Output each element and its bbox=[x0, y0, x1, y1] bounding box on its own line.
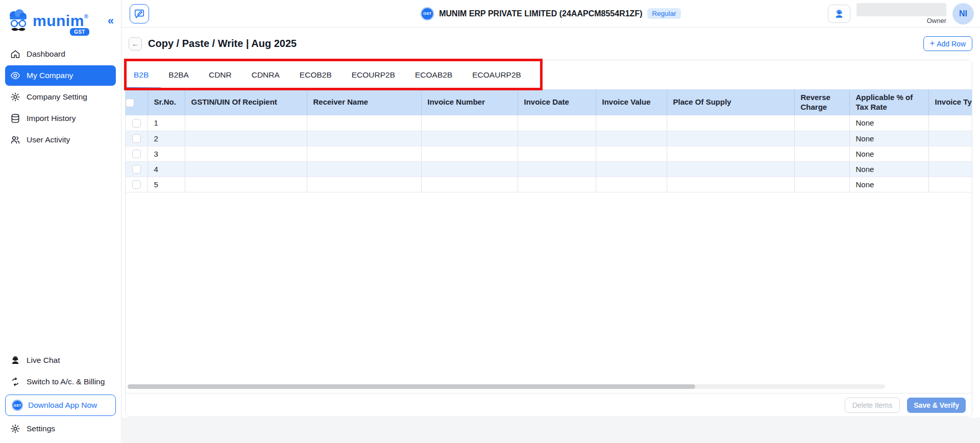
cell-receiver-name[interactable] bbox=[307, 115, 421, 131]
row-checkbox[interactable] bbox=[132, 134, 141, 143]
home-icon bbox=[10, 49, 20, 59]
cell-receiver-name[interactable] bbox=[307, 161, 421, 177]
delete-items-button[interactable]: Delete Items bbox=[845, 398, 900, 413]
page-title: Copy / Paste / Write | Aug 2025 bbox=[148, 38, 297, 50]
cell-invoice-date[interactable] bbox=[518, 131, 596, 146]
sidebar-nav: Dashboard My Company Company Setting bbox=[0, 44, 121, 150]
avatar[interactable]: NI bbox=[952, 3, 974, 24]
cell-place-of-supply[interactable] bbox=[667, 177, 794, 192]
cell-invoice-number[interactable] bbox=[421, 161, 518, 177]
sidebar-item-my-company[interactable]: My Company bbox=[5, 65, 116, 86]
sidebar-item-switch-account-billing[interactable]: Switch to A/c. & Billing bbox=[5, 372, 116, 392]
gst-stamp-icon: GST bbox=[421, 7, 434, 20]
cell-reverse-charge[interactable] bbox=[794, 131, 849, 146]
download-app-button[interactable]: GST Download App Now bbox=[5, 395, 116, 416]
return-sections-card: B2B B2BA CDNR CDNRA ECOB2B ECOURP2B ECOA… bbox=[125, 60, 972, 417]
cell-invoice-date[interactable] bbox=[518, 161, 596, 177]
cell-receiver-name[interactable] bbox=[307, 131, 421, 146]
app-window: munim® GST « Dashboard My Company bbox=[0, 0, 980, 443]
cell-invoice-value[interactable] bbox=[596, 146, 667, 161]
tab-ecoab2b[interactable]: ECOAB2B bbox=[415, 70, 452, 80]
cell-place-of-supply[interactable] bbox=[667, 146, 794, 161]
tab-cdnra[interactable]: CDNRA bbox=[252, 70, 280, 80]
brand-wordmark: munim® GST bbox=[33, 13, 88, 29]
cell-invoice-date[interactable] bbox=[518, 115, 596, 131]
cell-gstin[interactable] bbox=[185, 161, 307, 177]
support-person-icon bbox=[10, 355, 20, 365]
cell-invoice-value[interactable] bbox=[596, 131, 667, 146]
company-type-badge: Regular bbox=[648, 8, 681, 19]
write-feedback-button[interactable] bbox=[130, 4, 149, 23]
tab-cdnr[interactable]: CDNR bbox=[209, 70, 232, 80]
swap-arrows-icon bbox=[10, 377, 20, 387]
brand-logo: munim® GST « bbox=[0, 0, 121, 40]
brand-name: munim bbox=[33, 12, 84, 29]
headset-person-icon bbox=[834, 8, 845, 19]
horizontal-scrollbar-thumb[interactable] bbox=[128, 384, 695, 389]
cell-place-of-supply[interactable] bbox=[667, 115, 794, 131]
tab-ecourp2b[interactable]: ECOURP2B bbox=[352, 70, 395, 80]
row-checkbox[interactable] bbox=[132, 150, 141, 158]
cell-applicable-tax-rate[interactable]: None bbox=[849, 146, 928, 161]
cell-place-of-supply[interactable] bbox=[667, 131, 794, 146]
page-bottom-strip bbox=[122, 417, 980, 443]
row-checkbox[interactable] bbox=[132, 119, 141, 128]
cell-reverse-charge[interactable] bbox=[794, 161, 849, 177]
cell-reverse-charge[interactable] bbox=[794, 146, 849, 161]
cell-invoice-type[interactable] bbox=[928, 146, 972, 161]
cell-invoice-type[interactable] bbox=[928, 177, 972, 192]
sidebar-item-company-setting[interactable]: Company Setting bbox=[5, 87, 116, 107]
cell-invoice-value[interactable] bbox=[596, 177, 667, 192]
cell-reverse-charge[interactable] bbox=[794, 115, 849, 131]
cell-place-of-supply[interactable] bbox=[667, 161, 794, 177]
sidebar-item-label: User Activity bbox=[27, 135, 70, 144]
cell-invoice-value[interactable] bbox=[596, 161, 667, 177]
cell-invoice-type[interactable] bbox=[928, 131, 972, 146]
grid-header-row: Sr.No. GSTIN/UIN Of Recipient Receiver N… bbox=[126, 89, 972, 115]
cell-invoice-number[interactable] bbox=[421, 146, 518, 161]
cell-receiver-name[interactable] bbox=[307, 177, 421, 192]
cell-applicable-tax-rate[interactable]: None bbox=[849, 161, 928, 177]
sidebar-item-settings[interactable]: Settings bbox=[5, 419, 116, 439]
save-verify-button[interactable]: Save & Verify bbox=[907, 398, 966, 413]
row-checkbox[interactable] bbox=[132, 180, 141, 189]
cell-receiver-name[interactable] bbox=[307, 146, 421, 161]
cell-invoice-type[interactable] bbox=[928, 115, 972, 131]
cell-invoice-number[interactable] bbox=[421, 131, 518, 146]
cell-gstin[interactable] bbox=[185, 146, 307, 161]
tab-ecoaurp2b[interactable]: ECOAURP2B bbox=[472, 70, 521, 80]
back-button[interactable]: ← bbox=[129, 37, 142, 51]
sidebar-item-user-activity[interactable]: User Activity bbox=[5, 130, 116, 150]
sidebar-item-import-history[interactable]: Import History bbox=[5, 108, 116, 129]
sidebar-item-dashboard[interactable]: Dashboard bbox=[5, 44, 116, 64]
sidebar-item-label: Import History bbox=[27, 114, 76, 123]
cell-applicable-tax-rate[interactable]: None bbox=[849, 177, 928, 192]
invoice-grid: Sr.No. GSTIN/UIN Of Recipient Receiver N… bbox=[126, 89, 972, 192]
add-row-button[interactable]: + Add Row bbox=[923, 36, 972, 51]
sidebar-collapse-icon[interactable]: « bbox=[106, 14, 116, 28]
cell-sr-no: 3 bbox=[148, 146, 185, 161]
sidebar-item-live-chat[interactable]: Live Chat bbox=[5, 350, 116, 371]
cell-invoice-value[interactable] bbox=[596, 115, 667, 131]
tab-ecob2b[interactable]: ECOB2B bbox=[300, 70, 332, 80]
cell-applicable-tax-rate[interactable]: None bbox=[849, 131, 928, 146]
cell-gstin[interactable] bbox=[185, 115, 307, 131]
cell-invoice-date[interactable] bbox=[518, 177, 596, 192]
row-checkbox[interactable] bbox=[132, 165, 141, 174]
tab-b2ba[interactable]: B2BA bbox=[168, 70, 189, 80]
cell-invoice-number[interactable] bbox=[421, 115, 518, 131]
tab-b2b[interactable]: B2B bbox=[134, 70, 149, 80]
cell-applicable-tax-rate[interactable]: None bbox=[849, 115, 928, 131]
cell-invoice-date[interactable] bbox=[518, 146, 596, 161]
cell-gstin[interactable] bbox=[185, 131, 307, 146]
select-all-checkbox[interactable] bbox=[126, 99, 134, 107]
cell-gstin[interactable] bbox=[185, 177, 307, 192]
cell-reverse-charge[interactable] bbox=[794, 177, 849, 192]
cell-invoice-type[interactable] bbox=[928, 161, 972, 177]
horizontal-scrollbar-track[interactable] bbox=[128, 384, 885, 389]
support-button[interactable] bbox=[828, 5, 850, 23]
cell-invoice-number[interactable] bbox=[421, 177, 518, 192]
col-reverse-charge: Reverse Charge bbox=[794, 89, 849, 115]
tab-bar: B2B B2BA CDNR CDNRA ECOB2B ECOURP2B ECOA… bbox=[126, 60, 972, 89]
col-receiver-name: Receiver Name bbox=[307, 89, 421, 115]
